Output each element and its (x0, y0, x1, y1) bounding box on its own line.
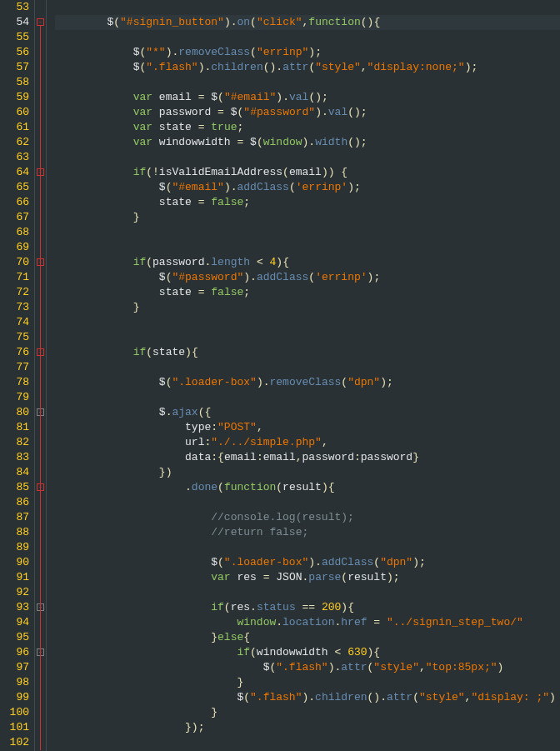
line-number: 84 (0, 465, 29, 480)
line-number: 61 (0, 120, 29, 135)
code-line[interactable]: state = false; (55, 195, 560, 210)
line-number: 97 (0, 660, 29, 675)
line-number: 88 (0, 525, 29, 540)
code-line[interactable]: $("#signin_button").on("click",function(… (55, 15, 560, 30)
line-number: 91 (0, 570, 29, 585)
line-number: 72 (0, 285, 29, 300)
line-number: 55 (0, 30, 29, 45)
code-line[interactable] (55, 735, 560, 750)
code-line[interactable]: }); (55, 720, 560, 735)
code-line[interactable]: if(windowwidth < 630){ (55, 645, 560, 660)
code-line[interactable]: var state = true; (55, 120, 560, 135)
code-line[interactable]: } (55, 705, 560, 720)
code-line[interactable]: $("#email").addClass('errinp'); (55, 180, 560, 195)
code-line[interactable]: } (55, 300, 560, 315)
line-number: 90 (0, 555, 29, 570)
line-number: 93 (0, 600, 29, 615)
code-line[interactable] (55, 240, 560, 255)
code-line[interactable]: $("*").removeClass("errinp"); (55, 45, 560, 60)
line-number: 102 (0, 735, 29, 750)
line-number: 69 (0, 240, 29, 255)
line-number: 62 (0, 135, 29, 150)
code-line[interactable] (55, 390, 560, 405)
line-number: 92 (0, 585, 29, 600)
code-line[interactable] (55, 0, 560, 15)
code-line[interactable]: var email = $("#email").val(); (55, 90, 560, 105)
code-line[interactable]: $(".flash").children().attr("style","dis… (55, 60, 560, 75)
code-line[interactable]: if(res.status == 200){ (55, 600, 560, 615)
code-line[interactable] (55, 495, 560, 510)
line-number: 64 (0, 165, 29, 180)
code-line[interactable]: if(!isValidEmailAddress(email)) { (55, 165, 560, 180)
line-number: 81 (0, 420, 29, 435)
code-line[interactable]: var windowwidth = $(window).width(); (55, 135, 560, 150)
line-number: 87 (0, 510, 29, 525)
line-number: 100 (0, 705, 29, 720)
code-line[interactable]: $("#password").addClass('errinp'); (55, 270, 560, 285)
code-line[interactable]: var res = JSON.parse(result); (55, 570, 560, 585)
code-line[interactable]: $(".flash").children().attr("style","dis… (55, 690, 560, 705)
line-number: 66 (0, 195, 29, 210)
line-number: 83 (0, 450, 29, 465)
fold-toggle-icon[interactable] (37, 18, 44, 26)
line-number: 89 (0, 540, 29, 555)
fold-guide (40, 26, 41, 750)
code-line[interactable]: window.location.href = "../signin_step_t… (55, 615, 560, 630)
line-number: 82 (0, 435, 29, 450)
line-number: 78 (0, 375, 29, 390)
code-line[interactable]: //console.log(result); (55, 510, 560, 525)
line-number: 75 (0, 330, 29, 345)
line-number: 68 (0, 225, 29, 240)
line-number: 60 (0, 105, 29, 120)
code-line[interactable] (55, 150, 560, 165)
code-line[interactable]: var password = $("#password").val(); (55, 105, 560, 120)
code-line[interactable] (55, 540, 560, 555)
code-line[interactable] (55, 360, 560, 375)
code-line[interactable]: type:"POST", (55, 420, 560, 435)
code-line[interactable]: state = false; (55, 285, 560, 300)
line-number: 70 (0, 255, 29, 270)
line-number: 99 (0, 690, 29, 705)
code-line[interactable] (55, 225, 560, 240)
line-number: 54 (0, 15, 29, 30)
code-line[interactable]: //return false; (55, 525, 560, 540)
code-line[interactable]: } (55, 210, 560, 225)
line-number: 65 (0, 180, 29, 195)
line-number: 56 (0, 45, 29, 60)
code-line[interactable]: if(state){ (55, 345, 560, 360)
line-number: 58 (0, 75, 29, 90)
line-number: 79 (0, 390, 29, 405)
line-number-gutter: 5354555657585960616263646566676869707172… (0, 0, 35, 751)
line-number: 96 (0, 645, 29, 660)
code-line[interactable]: .done(function(result){ (55, 480, 560, 495)
code-line[interactable]: }) (55, 465, 560, 480)
line-number: 63 (0, 150, 29, 165)
code-line[interactable]: $.ajax({ (55, 405, 560, 420)
line-number: 98 (0, 675, 29, 690)
code-line[interactable]: $(".flash").attr("style","top:85px;") (55, 660, 560, 675)
line-number: 74 (0, 315, 29, 330)
line-number: 101 (0, 720, 29, 735)
line-number: 76 (0, 345, 29, 360)
fold-gutter[interactable] (35, 0, 47, 751)
code-area[interactable]: $("#signin_button").on("click",function(… (47, 0, 560, 751)
code-line[interactable]: $(".loader-box").removeClass("dpn"); (55, 375, 560, 390)
line-number: 67 (0, 210, 29, 225)
code-line[interactable]: $(".loader-box").addClass("dpn"); (55, 555, 560, 570)
line-number: 57 (0, 60, 29, 75)
code-line[interactable] (55, 585, 560, 600)
code-line[interactable] (55, 30, 560, 45)
line-number: 94 (0, 615, 29, 630)
code-line[interactable]: data:{email:email,password:password} (55, 450, 560, 465)
code-line[interactable]: if(password.length < 4){ (55, 255, 560, 270)
code-line[interactable]: }else{ (55, 630, 560, 645)
line-number: 53 (0, 0, 29, 15)
line-number: 85 (0, 480, 29, 495)
code-line[interactable] (55, 315, 560, 330)
code-line[interactable] (55, 330, 560, 345)
code-line[interactable]: } (55, 675, 560, 690)
code-line[interactable] (55, 75, 560, 90)
line-number: 86 (0, 495, 29, 510)
code-line[interactable]: url:"./../simple.php", (55, 435, 560, 450)
line-number: 73 (0, 300, 29, 315)
